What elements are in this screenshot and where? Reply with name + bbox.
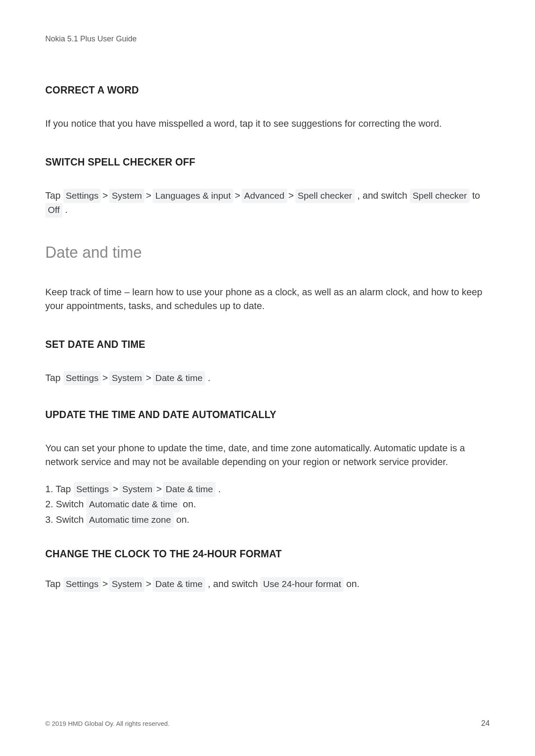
step-suffix: on.: [174, 514, 190, 525]
chip-settings: Settings: [63, 577, 101, 591]
separator: >: [288, 189, 294, 203]
chip-system: System: [109, 577, 144, 591]
step-suffix: on.: [180, 499, 196, 509]
step-prefix: 3. Switch: [45, 514, 86, 525]
chip-date-time: Date & time: [153, 577, 205, 591]
body-date-time-intro: Keep track of time – learn how to use yo…: [45, 285, 490, 313]
page-number: 24: [481, 719, 490, 728]
step-3: 3. Switch Automatic time zone on.: [45, 512, 490, 528]
text-mid: , and switch: [205, 578, 260, 589]
separator: >: [102, 577, 108, 591]
text-suffix: on.: [344, 578, 360, 589]
chip-settings: Settings: [63, 189, 101, 203]
chip-system: System: [109, 371, 144, 385]
main-heading-date-time: Date and time: [45, 244, 490, 262]
section-heading-set-date-time: SET DATE AND TIME: [45, 339, 490, 350]
separator: >: [102, 189, 108, 203]
separator: >: [146, 189, 151, 203]
text-prefix: Tap: [45, 190, 63, 201]
chip-date-time: Date & time: [163, 482, 216, 497]
body-correct-word: If you notice that you have misspelled a…: [45, 117, 490, 131]
separator: >: [102, 371, 108, 385]
separator: >: [146, 371, 151, 385]
chip-settings: Settings: [74, 482, 112, 497]
chip-system: System: [119, 482, 155, 497]
text-mid: , and switch: [355, 190, 410, 201]
chip-auto-time-zone: Automatic time zone: [86, 512, 173, 528]
text-suffix: .: [63, 204, 68, 215]
footer: © 2019 HMD Global Oy. All rights reserve…: [45, 719, 490, 728]
step-1: 1. Tap Settings>System>Date & time .: [45, 482, 490, 497]
chip-languages-input: Languages & input: [153, 189, 233, 203]
step-suffix: .: [216, 484, 221, 494]
body-set-date-time: Tap Settings>System>Date & time .: [45, 371, 490, 385]
chip-spell-checker: Spell checker: [295, 189, 355, 203]
page: Nokia 5.1 Plus User Guide CORRECT A WORD…: [0, 0, 535, 756]
text-suffix: .: [205, 372, 210, 383]
text-prefix: Tap: [45, 578, 63, 589]
chip-auto-date-time: Automatic date & time: [86, 497, 180, 512]
chip-advanced: Advanced: [241, 189, 287, 203]
section-heading-spell-checker: SWITCH SPELL CHECKER OFF: [45, 156, 490, 168]
section-heading-24h: CHANGE THE CLOCK TO THE 24-HOUR FORMAT: [45, 548, 490, 560]
body-spell-checker: Tap Settings>System>Languages & input>Ad…: [45, 189, 490, 218]
section-heading-auto-update: UPDATE THE TIME AND DATE AUTOMATICALLY: [45, 409, 490, 421]
separator: >: [235, 189, 240, 203]
copyright: © 2019 HMD Global Oy. All rights reserve…: [45, 720, 169, 727]
body-24h: Tap Settings>System>Date & time , and sw…: [45, 577, 490, 591]
step-prefix: 2. Switch: [45, 499, 86, 509]
chip-settings: Settings: [63, 371, 101, 385]
separator: >: [146, 577, 151, 591]
step-list-auto-update: 1. Tap Settings>System>Date & time . 2. …: [45, 482, 490, 528]
step-prefix: 1. Tap: [45, 484, 74, 494]
body-auto-update-intro: You can set your phone to update the tim…: [45, 441, 490, 469]
chip-spell-checker-2: Spell checker: [410, 189, 469, 203]
chip-off: Off: [45, 203, 63, 217]
document-header: Nokia 5.1 Plus User Guide: [45, 34, 490, 44]
section-heading-correct-word: CORRECT A WORD: [45, 84, 490, 96]
step-2: 2. Switch Automatic date & time on.: [45, 497, 490, 512]
chip-system: System: [109, 189, 144, 203]
separator: >: [113, 482, 119, 497]
text-prefix: Tap: [45, 372, 63, 383]
chip-date-time: Date & time: [153, 371, 205, 385]
chip-24h-format: Use 24-hour format: [260, 577, 344, 591]
separator: >: [156, 482, 162, 497]
text-mid2: to: [469, 190, 480, 201]
